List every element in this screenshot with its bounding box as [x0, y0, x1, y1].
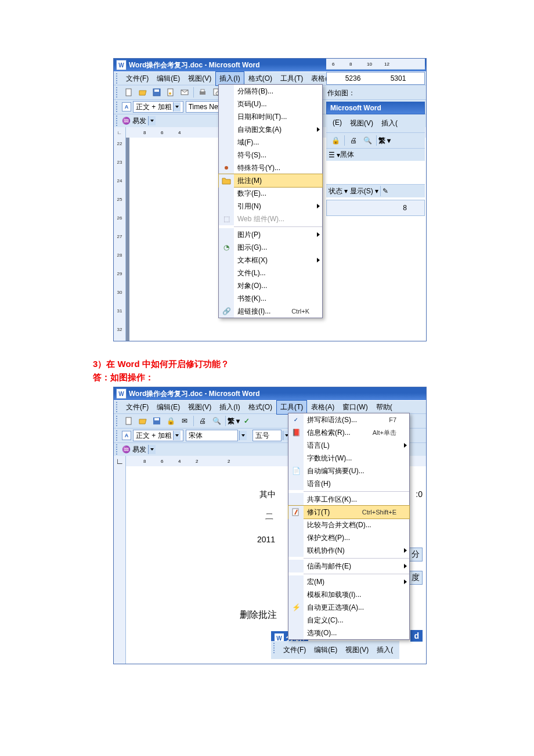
menu-item[interactable]: 字数统计(W)... [288, 452, 409, 465]
menu-item[interactable]: 模板和加载项(I)... [288, 588, 409, 601]
menu-item[interactable]: 共享工作区(K)... [288, 493, 409, 506]
menu-item[interactable]: 📕信息检索(R)...Alt+单击 [288, 426, 409, 439]
style-select[interactable]: 正文 + 加粗 [133, 101, 183, 113]
menu-item[interactable]: 修订(T)Ctrl+Shift+E [288, 505, 410, 519]
menu-item[interactable]: 语音(H) [288, 477, 409, 490]
menu-item[interactable]: 保护文档(P)... [288, 531, 409, 544]
menu-view[interactable]: 视图(V) [184, 400, 215, 415]
svg-point-4 [169, 92, 171, 95]
embed-status-row: 状态 ▾ 显示(S) ▾ ✎ [326, 184, 425, 197]
body-text-2: 二 [265, 512, 273, 522]
styles-icon[interactable]: A [122, 102, 131, 111]
menu-item[interactable]: 日期和时间(T)... [219, 110, 322, 123]
embed-ruler-num: 8 [326, 200, 425, 216]
fan-button[interactable]: 繁 ▾ [378, 136, 391, 146]
svg-rect-0 [126, 89, 131, 96]
side-embedded-content: 6 8 10 12 5236 5301 作如图： Microsoft Word … [326, 59, 425, 216]
side-op-text: 作如图： [326, 85, 425, 102]
print-icon[interactable]: 🖨 [347, 134, 360, 147]
menu-item[interactable]: 🔗超链接(I)...Ctrl+K [219, 305, 322, 318]
menu-item[interactable]: 引用(N) [219, 200, 322, 213]
menu-item[interactable]: 对象(O)... [219, 279, 322, 292]
save-icon[interactable] [150, 415, 163, 427]
open-icon[interactable] [136, 415, 149, 427]
body-text-1: 其中 [259, 489, 276, 500]
menu-tools[interactable]: 工具(T) [276, 71, 307, 86]
menu-item[interactable]: 信函与邮件(E) [288, 560, 409, 573]
yifa-label: 易发 [132, 116, 146, 126]
preview-icon[interactable]: 🔍 [361, 134, 374, 147]
menu-item[interactable]: 语言(L) [288, 439, 409, 452]
ruler-corner: ∟ [114, 127, 126, 138]
menu-insert[interactable]: 插入(I) [215, 71, 244, 86]
menu-item[interactable]: 分隔符(B)... [219, 85, 322, 98]
permission-icon[interactable] [164, 86, 177, 99]
embed-toolbar-1: 🔒 🖨 🔍 繁 ▾ [326, 132, 425, 148]
menu-item[interactable]: ✓拼写和语法(S)...F7 [288, 413, 409, 426]
window-title: Word操作会考复习.doc - Microsoft Word [129, 389, 260, 399]
menu-item[interactable]: 文件(L)... [219, 267, 322, 279]
menu-item: ⬚Web 组件(W)... [219, 213, 322, 225]
menu-item[interactable]: 自动图文集(A) [219, 123, 322, 136]
menu-item[interactable]: 页码(U)... [219, 98, 322, 110]
menu-table[interactable]: 表格(A) [307, 400, 338, 415]
menu-item[interactable]: 比较与合并文档(D)... [288, 519, 409, 531]
menu-item[interactable]: 自定义(C)... [288, 614, 409, 627]
print-icon[interactable]: 🖨 [196, 415, 209, 427]
new-doc-icon[interactable] [122, 415, 135, 427]
menu-file[interactable]: 文件(F) [122, 71, 153, 86]
menu-help[interactable]: 帮助( [372, 400, 396, 415]
embed-menubar-2: 文件(F) 编辑(E) 视图(V) 插入( [271, 641, 399, 659]
menu-item[interactable]: 书签(K)... [219, 292, 322, 305]
fan-button[interactable]: 繁 ▾ [228, 416, 240, 426]
menu-item[interactable]: 选项(O)... [288, 627, 409, 639]
spellcheck-icon[interactable]: ✓ [240, 415, 253, 427]
email-icon[interactable]: ✉ [178, 415, 191, 427]
menu-tools[interactable]: 工具(T) [276, 400, 307, 415]
menu-item[interactable]: 批注(M) [218, 174, 323, 188]
word-window-2: W Word操作会考复习.doc - Microsoft Word 文件(F) … [113, 387, 427, 664]
permission-icon[interactable]: 🔒 [329, 134, 342, 147]
email-icon[interactable] [178, 86, 191, 99]
new-doc-icon[interactable] [122, 86, 135, 99]
grip-icon [116, 87, 121, 98]
menu-edit[interactable]: 编辑(E) [153, 71, 184, 86]
menu-item[interactable]: 数字(E)... [219, 187, 322, 200]
preview-icon[interactable]: 🔍 [210, 415, 223, 427]
svg-rect-10 [126, 417, 131, 424]
word-app-icon: W [116, 388, 127, 399]
styles-icon[interactable]: A [122, 431, 131, 440]
body-text-5: :0 [416, 489, 423, 499]
menu-item[interactable]: ◔图示(G)... [219, 241, 322, 254]
menu-item[interactable]: 📄自动编写摘要(U)... [288, 465, 409, 477]
embed-font[interactable]: 黑体 [340, 150, 354, 160]
menu-insert[interactable]: 插入(I) [215, 400, 244, 415]
save-icon[interactable] [150, 86, 163, 99]
menu-format[interactable]: 格式(O) [244, 71, 276, 86]
menu-item[interactable]: 图片(P) [219, 228, 322, 241]
vruler: 22 23 24 25 26 27 28 29 30 31 32 [114, 138, 126, 341]
body-text-4: 删除批注 [240, 609, 277, 621]
open-icon[interactable] [136, 86, 149, 99]
font-select[interactable]: 宋体 [186, 430, 238, 441]
print-icon[interactable] [196, 86, 209, 99]
menu-item[interactable]: ⚡自动更正选项(A)... [288, 601, 409, 614]
menu-window[interactable]: 窗口(W) [338, 400, 371, 415]
permission-icon[interactable]: 🔒 [164, 415, 177, 427]
style-select[interactable]: 正文 + 加粗 [133, 430, 183, 441]
svg-rect-7 [201, 89, 204, 92]
menu-file[interactable]: 文件(F) [122, 400, 153, 415]
menu-item[interactable]: 域(F)... [219, 136, 322, 149]
svg-rect-2 [154, 89, 159, 92]
window-title: Word操作会考复习.doc - Microsoft Word [129, 60, 260, 70]
menu-item[interactable]: 文本框(X) [219, 254, 322, 267]
menu-item[interactable]: 特殊符号(Y)... [219, 161, 322, 174]
menu-format[interactable]: 格式(O) [244, 400, 276, 415]
menu-item[interactable]: 联机协作(N) [288, 544, 409, 557]
menu-edit[interactable]: 编辑(E) [153, 400, 184, 415]
grip-icon [116, 102, 121, 112]
menu-item[interactable]: 符号(S)... [219, 149, 322, 161]
size-select[interactable]: 五号 [252, 430, 282, 441]
menu-item[interactable]: 宏(M) [288, 575, 409, 588]
menu-view[interactable]: 视图(V) [184, 71, 215, 86]
